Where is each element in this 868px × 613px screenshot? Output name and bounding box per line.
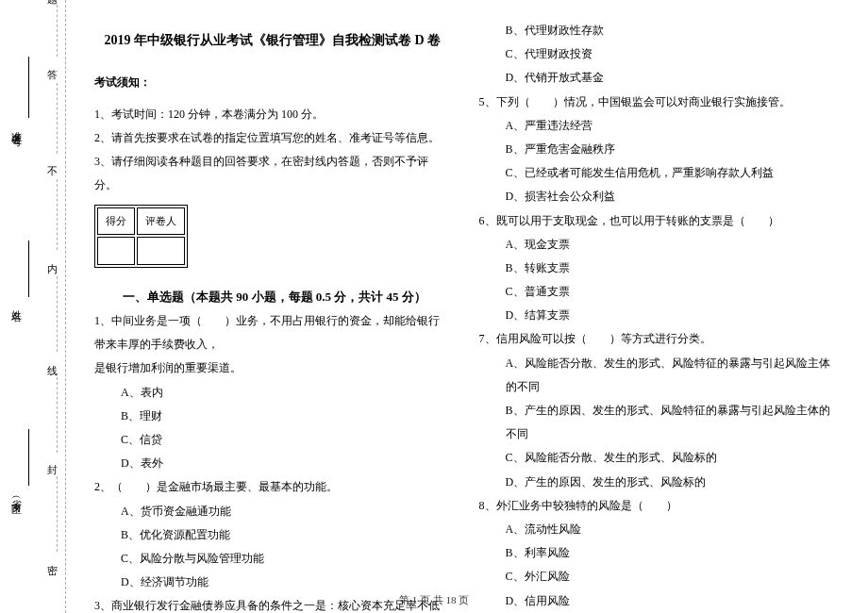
q8-b[interactable]: B、利率风险 — [479, 541, 836, 565]
dash6 — [57, 5, 58, 57]
q1-d[interactable]: D、表外 — [94, 452, 451, 475]
q8-c[interactable]: C、外汇风险 — [479, 565, 836, 588]
mark-fold: 封 — [45, 456, 59, 461]
page-body: 2019 年中级银行从业考试《银行管理》自我检测试卷 D 卷 考试须知： 1、考… — [80, 19, 849, 594]
score-cell[interactable] — [97, 237, 135, 264]
q2-c[interactable]: C、风险分散与风险管理功能 — [94, 547, 451, 571]
mark-line: 线 — [45, 356, 59, 362]
q5-d[interactable]: D、损害社会公众利益 — [479, 185, 836, 208]
column-right: B、代理财政性存款 C、代理财政投资 D、代销开放式基金 5、下列（ ）情况，中… — [465, 19, 850, 594]
q5-c[interactable]: C、已经或者可能发生信用危机，严重影响存款人利益 — [479, 161, 836, 185]
q6-b[interactable]: B、转账支票 — [479, 257, 836, 280]
q1-stem: 1、中间业务是一项（ ）业务，不用占用银行的资金，却能给银行带来丰厚的手续费收入… — [94, 309, 451, 356]
score-box: 得分 评卷人 — [94, 205, 188, 267]
q2-b[interactable]: B、优化资源配置功能 — [94, 523, 451, 547]
q4-c[interactable]: C、代理财政投资 — [479, 42, 836, 66]
dash5 — [57, 83, 58, 154]
mark-in: 内 — [45, 255, 59, 260]
page-footer: 第 1 页 共 18 页 — [0, 593, 868, 607]
q7-d[interactable]: D、产生的原因、发生的形式、风险标的 — [479, 471, 836, 494]
mark-no: 不 — [45, 158, 59, 164]
q1-b[interactable]: B、理财 — [94, 405, 451, 428]
ticket-line — [28, 57, 29, 118]
notice-2: 2、请首先按要求在试卷的指定位置填写您的姓名、准考证号等信息。 — [94, 126, 451, 150]
q7-c[interactable]: C、风险能否分散、发生的形式、风险标的 — [479, 446, 836, 470]
notice-3: 3、请仔细阅读各种题目的回答要求，在密封线内答题，否则不予评分。 — [94, 150, 451, 197]
section-1-title: 一、单选题（本题共 90 小题，每题 0.5 分，共计 45 分） — [123, 284, 426, 309]
notice-header: 考试须知： — [94, 71, 451, 94]
q2-d[interactable]: D、经济调节功能 — [94, 571, 451, 594]
dash1 — [57, 476, 58, 552]
name-line — [28, 240, 29, 297]
marker-cell[interactable] — [137, 237, 185, 264]
q7-b[interactable]: B、产生的原因、发生的形式、风险特征的暴露与引起风险主体的不同 — [479, 399, 836, 446]
mark-seal: 密 — [45, 556, 59, 562]
q7-a[interactable]: A、风险能否分散、发生的形式、风险特征的暴露与引起风险主体的不同 — [479, 352, 836, 399]
dash3 — [57, 276, 58, 352]
q5-b[interactable]: B、严重危害金融秩序 — [479, 138, 836, 161]
q5-stem: 5、下列（ ）情况，中国银监会可以对商业银行实施接管。 — [479, 91, 836, 114]
mark-ans: 答 — [45, 61, 59, 67]
exam-title: 2019 年中级银行从业考试《银行管理》自我检测试卷 D 卷 — [94, 26, 451, 54]
loc-label: 省（市区） — [9, 490, 24, 500]
q1-stem2: 是银行增加利润的重要渠道。 — [94, 356, 451, 380]
column-left: 2019 年中级银行从业考试《银行管理》自我检测试卷 D 卷 考试须知： 1、考… — [80, 19, 465, 594]
q8-stem: 8、外汇业务中较独特的风险是（ ） — [479, 494, 836, 518]
notice-1: 1、考试时间：120 分钟，本卷满分为 100 分。 — [94, 103, 451, 126]
dash2 — [57, 377, 58, 453]
q1-a[interactable]: A、表内 — [94, 381, 451, 405]
q2-stem: 2、（ ）是金融市场最主要、最基本的功能。 — [94, 475, 451, 499]
score-label: 得分 — [97, 207, 135, 235]
q4-b[interactable]: B、代理财政性存款 — [479, 19, 836, 42]
q6-a[interactable]: A、现金支票 — [479, 233, 836, 257]
ticket-label: 准考证号 — [9, 123, 24, 130]
q7-stem: 7、信用风险可以按（ ）等方式进行分类。 — [479, 327, 836, 351]
q2-a[interactable]: A、货币资金融通功能 — [94, 500, 451, 523]
name-label: 姓名 — [9, 302, 24, 306]
q6-c[interactable]: C、普通支票 — [479, 280, 836, 304]
q1-c[interactable]: C、信贷 — [94, 428, 451, 452]
q5-a[interactable]: A、严重违法经营 — [479, 114, 836, 138]
q6-stem: 6、既可以用于支取现金，也可以用于转账的支票是（ ） — [479, 209, 836, 233]
loc-line — [28, 429, 29, 486]
q4-d[interactable]: D、代销开放式基金 — [479, 66, 836, 90]
marker-label: 评卷人 — [137, 207, 185, 235]
score-section-row: 得分 评卷人 一、单选题（本题共 90 小题，每题 0.5 分，共计 45 分） — [94, 197, 451, 309]
q8-a[interactable]: A、流动性风险 — [479, 518, 836, 541]
dash4 — [57, 179, 58, 250]
q6-d[interactable]: D、结算支票 — [479, 304, 836, 327]
side-labels: 省（市区） 姓名 准考证号 密 封 线 内 不 答 题 — [0, 0, 66, 613]
